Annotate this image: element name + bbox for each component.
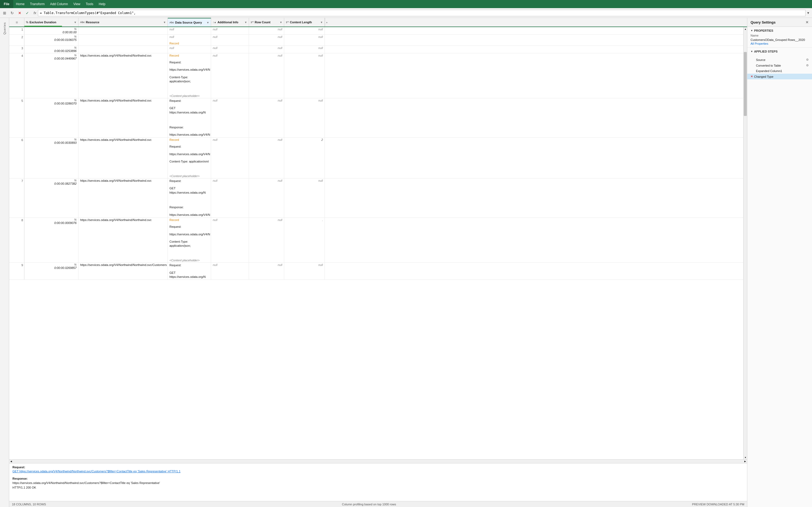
menu-help[interactable]: Help [96,0,108,8]
step-label-converted: Converted to Table [756,64,806,67]
cell-datasource: Record Request: https://services.odata.o… [168,53,211,98]
col-type-icon-exclusive: % [26,21,28,24]
refresh-btn[interactable]: ↻ [9,9,16,16]
v-scroll-up[interactable]: ▲ [326,21,328,23]
col-header-rowcount[interactable]: 1²³ Row Count ▼ [249,18,284,26]
table-icon-btn[interactable]: ⊞ [1,9,8,16]
properties-label: PROPERTIES [754,29,773,32]
cell-rowcount: null [249,137,284,178]
cell-resource: https://services.odata.org/V4/Northwind/… [78,98,168,137]
query-settings-header: Query Settings ✕ [747,18,812,27]
formula-input[interactable] [38,10,806,16]
scroll-track[interactable] [744,31,747,456]
properties-section-header[interactable]: ▼ PROPERTIES [751,29,809,32]
col-header-additional[interactable]: ↕▲ Additional Info ▼ [211,18,249,26]
step-label-expanded: Expanded Column1 [756,69,809,72]
cell-rowcount: null [249,27,284,35]
cell-rowcount: null [249,98,284,137]
table-row: 8 %0:00:00.0009076 https://services.odat… [9,218,743,263]
horizontal-scrollbar[interactable]: ◀ ▶ [9,459,747,463]
cell-exclusive: %0:00:00.0269857 [24,263,78,280]
formula-expand-btn[interactable]: ▼ [806,11,811,15]
cell-additional: null [211,27,249,35]
col-type-icon-resource: Abc [80,21,85,23]
queries-label: Queries [3,22,6,35]
vertical-scrollbar[interactable]: ▲ ▼ [743,27,747,459]
menu-add-column[interactable]: Add Column [47,0,71,8]
cell-additional: null [211,46,249,53]
cell-resource [78,35,168,46]
cell-datasource: Request: GET https://services.odata.org/… [168,263,211,280]
table-row: 2 %0:00:00.0106075 null Record null null… [9,35,743,46]
menu-view[interactable]: View [71,0,83,8]
record-link[interactable]: Record [170,42,179,45]
col-header-datasource[interactable]: Abc Data Source Query ▼ [168,18,211,26]
menu-transform[interactable]: Transform [27,0,47,8]
formula-bar: ⊞ ↻ ✕ ✓ fx ▼ [0,8,812,18]
step-changed-type[interactable]: ✕ Changed Type [747,74,812,79]
applied-steps-header[interactable]: ▼ APPLIED STEPS [751,50,809,53]
applied-steps-label: APPLIED STEPS [754,50,777,53]
col-filter-exclusive[interactable]: ▼ [72,21,77,24]
step-delete-icon[interactable]: ✕ [751,75,753,78]
cell-additional: null [211,218,249,263]
cancel-btn[interactable]: ✕ [16,9,23,16]
row-num: 8 [9,218,24,263]
cell-datasource: Request: GET https://services.odata.org/… [168,98,211,137]
grid-body[interactable]: 1 %0:00:00.00 null null null null 2 %0:0… [9,27,743,459]
menu-home[interactable]: Home [13,0,27,8]
table-row: 3 %0:00:00.0253896 null null null null [9,46,743,53]
row-num: 7 [9,178,24,218]
row-num: 2 [9,35,24,46]
record-link[interactable]: Record [170,218,179,222]
step-expanded[interactable]: Expanded Column1 [747,68,812,74]
step-converted[interactable]: Converted to Table ⚙ [747,63,812,68]
col-type-icon-contentlen: 1²³ [286,21,289,23]
table-row: 9 %0:00:00.0269857 https://services.odat… [9,263,743,280]
col-header-contentlen[interactable]: 1²³ Content Length ▼ [284,18,325,26]
col-header-exclusive[interactable]: % Exclusive Duration ▼ [24,18,78,26]
cell-additional: null [211,98,249,137]
query-name-input[interactable] [751,38,809,42]
col-filter-datasource[interactable]: ▼ [205,21,209,24]
query-settings-close-btn[interactable]: ✕ [806,20,809,24]
menu-tools[interactable]: Tools [83,0,96,8]
step-source[interactable]: Source ⚙ [747,57,812,63]
col-filter-resource[interactable]: ▼ [162,21,166,24]
col-header-resource[interactable]: Abc Resource ▼ [78,18,168,26]
record-link[interactable]: Record [170,138,179,142]
col-filter-contentlen[interactable]: ▼ [319,21,323,24]
col-filter-rowcount[interactable]: ▼ [278,21,282,24]
menu-file[interactable]: File [0,0,13,8]
row-num: 5 [9,98,24,137]
step-gear-source[interactable]: ⚙ [806,58,809,61]
record-link[interactable]: Record [170,54,179,57]
cell-rowcount: null [249,263,284,280]
scroll-down-btn[interactable]: ▼ [744,456,747,459]
preview-request-label: Request: [12,465,744,469]
col-type-icon-additional: ↕▲ [213,21,216,23]
cell-contentlen: null [284,98,325,137]
confirm-btn[interactable]: ✓ [24,9,31,16]
scroll-thumb[interactable] [744,52,747,116]
cell-datasource: Record Request: https://services.odata.o… [168,137,211,178]
fx-label: fx [32,11,38,15]
table-row: 7 %0:00:00.0827382 https://services.odat… [9,178,743,218]
cell-datasource: null Record [168,35,211,46]
cell-additional: null [211,53,249,98]
cell-exclusive: %0:00:00.0106075 [24,35,78,46]
cell-contentlen: null [284,178,325,218]
h-scroll-left-btn[interactable]: ◀ [9,460,13,463]
cell-rowcount: null [249,35,284,46]
properties-section: ▼ PROPERTIES Name All Properties [747,27,812,48]
cell-resource: https://services.odata.org/V4/Northwind/… [78,137,168,178]
step-gear-converted[interactable]: ⚙ [806,64,809,67]
cell-additional: null [211,137,249,178]
preview-request-url[interactable]: GET https://services.odata.org/V4/Northw… [12,470,181,473]
col-label-datasource: Data Source Query [175,21,202,24]
scroll-up-btn[interactable]: ▲ [744,27,747,31]
all-properties-link[interactable]: All Properties [751,42,809,45]
col-filter-additional[interactable]: ▼ [243,21,247,24]
cell-additional: null [211,263,249,280]
h-scroll-right-btn[interactable]: ▶ [743,460,747,463]
